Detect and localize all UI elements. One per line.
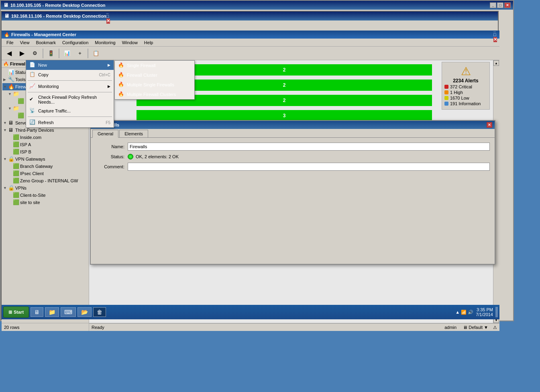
taskbar-app[interactable]: 🗑 [93, 307, 106, 317]
menu-window[interactable]: Window [119, 39, 141, 46]
taskbar-sys-icons: ▲ 📶 🔊 [455, 310, 473, 315]
comment-input[interactable] [128, 163, 490, 171]
tree-item-client-to-site[interactable]: 🟩 Client-to-Site [2, 192, 88, 199]
taskbar-show-desktop[interactable] [495, 307, 498, 317]
outer-close-btn[interactable]: ✕ [504, 2, 511, 8]
tab-general[interactable]: General [92, 130, 118, 138]
inner-close-btn[interactable]: ✕ [106, 18, 110, 24]
submenu-single-firewall[interactable]: 🔥 Single Firewall [115, 61, 194, 70]
back-btn[interactable]: ◀ [3, 48, 15, 59]
refresh-icon: 🔄 [29, 119, 36, 126]
app-minimize-btn[interactable]: _ [493, 27, 497, 32]
comment-label: Comment: [96, 164, 128, 169]
taskbar-clock: 3:35 PM 7/1/2014 [476, 307, 493, 317]
multi-cluster-icon: 🔥 [118, 91, 124, 98]
multi-cluster-label: Multiple Firewall Clusters [127, 92, 176, 97]
ctx-check-policy[interactable]: ✔ Check Firewall Policy Refresh Needs... [26, 93, 114, 106]
tree-item-vpns[interactable]: ▼ 🔒 VPNs [2, 184, 88, 192]
ctx-capture-traffic-label: Capture Traffic... [38, 108, 110, 113]
alert-high: 1 High [444, 90, 487, 95]
tree-item-isp-a[interactable]: 🟩 ISP A [2, 141, 88, 148]
check-policy-icon: ✔ [29, 96, 36, 103]
default-profile: 🖥 Default ▼ [463, 325, 488, 330]
info-dot [444, 102, 448, 106]
taskbar-explorer[interactable]: 📂 [77, 307, 92, 317]
inner-rdp-title: 192.168.11.106 - Remote Desktop Connecti… [11, 14, 106, 18]
tree-item-zeno-group[interactable]: 🟩 Zeno Group - INTERNAL GW [2, 177, 88, 184]
taskbar-folder[interactable]: 📁 [45, 307, 59, 317]
low-dot [444, 96, 448, 100]
tab-elements[interactable]: Elements [119, 130, 148, 137]
ctx-monitoring[interactable]: 📈 Monitoring ▶ [26, 82, 114, 91]
critical-label: 372 Critical [450, 84, 472, 89]
inner-maximize-btn[interactable]: □ [106, 14, 110, 18]
toolbar-sep-3 [88, 49, 88, 58]
notes-btn[interactable]: 📋 [90, 48, 102, 59]
start-button[interactable]: ⊞ Start [3, 306, 29, 318]
menu-help[interactable]: Help [141, 39, 157, 46]
copy-shortcut: Ctrl+C [99, 73, 110, 77]
menu-configuration[interactable]: Configuration [59, 39, 92, 46]
app-close-btn[interactable]: ✕ [493, 37, 497, 42]
app-restore-btn[interactable]: □ [493, 32, 497, 37]
chart-btn[interactable]: 📊 [61, 48, 73, 59]
menu-monitoring[interactable]: Monitoring [92, 39, 118, 46]
app-controls: _ □ ✕ [493, 27, 497, 42]
multi-single-icon: 🔥 [118, 82, 124, 88]
ctx-capture-traffic[interactable]: 📡 Capture Traffic... [26, 106, 114, 116]
submenu-multiple-single[interactable]: 🔥 Multiple Single Firewalls [115, 80, 194, 90]
outer-minimize-btn[interactable]: _ [490, 2, 496, 8]
inner-minimize-btn[interactable]: _ [106, 9, 110, 14]
new-icon: 📄 [29, 62, 36, 68]
dialog-tabs: General Elements [91, 129, 495, 138]
traffic-btn[interactable]: 🚦 [45, 48, 57, 59]
ctx-copy[interactable]: 📋 Copy Ctrl+C [26, 70, 114, 80]
taskbar-cmd[interactable]: ⌨ [61, 307, 76, 317]
alert-icon: ⚠ [444, 65, 487, 78]
status-text: OK, 2 elements: 2 OK [136, 154, 179, 159]
forward-btn[interactable]: ▶ [16, 48, 28, 59]
clock-date: 7/1/2014 [476, 312, 493, 317]
tree-item-ipsec-client[interactable]: 🟩 IPsec Client [2, 170, 88, 177]
fw-cluster-label: Firewall Cluster [127, 73, 157, 78]
panel-header-title: 🔥 Firewalls [3, 61, 29, 67]
ctx-new-label: New [38, 63, 108, 67]
name-input[interactable] [128, 143, 490, 151]
tree-item-vpn-gateways[interactable]: ▼ 🔒 VPN Gateways [2, 155, 88, 163]
new-arrow-icon: ▶ [108, 63, 110, 67]
inner-rdp-controls: _ □ ✕ [106, 9, 110, 24]
taskbar-ie[interactable]: 🖥 [31, 307, 43, 317]
context-menu: 📄 New ▶ 🔥 Single Firewall 🔥 Firewall Clu… [26, 60, 114, 128]
status-value: OK, 2 elements: 2 OK [128, 154, 179, 159]
scroll-up-btn[interactable]: ▲ [493, 60, 499, 66]
name-field: Name: [96, 143, 490, 151]
multi-single-label: Multiple Single Firewalls [127, 82, 174, 87]
submenu-multiple-clusters[interactable]: 🔥 Multiple Firewall Clusters [115, 90, 194, 99]
status-label: Status: [96, 154, 128, 159]
new-btn[interactable]: + [74, 48, 86, 59]
tree-item-isp-b[interactable]: 🟩 ISP B [2, 148, 88, 155]
monitoring-icon: 📈 [29, 83, 36, 90]
menubar: File View Bookmark Configuration Monitor… [2, 39, 499, 47]
dialog-close-btn[interactable]: ✕ [487, 122, 492, 128]
submenu-firewall-cluster[interactable]: 🔥 Firewall Cluster [115, 70, 194, 80]
ctx-monitoring-label: Monitoring [38, 84, 108, 89]
tree-item-inside-com[interactable]: 🟩 Inside.com [2, 134, 88, 141]
ctx-new[interactable]: 📄 New ▶ 🔥 Single Firewall 🔥 Firewall Clu… [26, 60, 114, 70]
status-ok-icon [128, 154, 133, 159]
app-title: Firewalls - Management Center [11, 32, 76, 37]
start-label: Start [14, 310, 24, 314]
menu-view[interactable]: View [17, 39, 33, 46]
tree-item-site-to-site[interactable]: 🟩 site to site [2, 199, 88, 206]
alert-count: 2234 Alerts [444, 78, 487, 84]
high-dot [444, 90, 448, 94]
menu-file[interactable]: File [3, 39, 17, 46]
home-btn[interactable]: ⚙ [29, 48, 41, 59]
menu-bookmark[interactable]: Bookmark [33, 39, 59, 46]
ctx-refresh[interactable]: 🔄 Refresh F5 [26, 118, 114, 127]
critical-dot [444, 85, 448, 89]
outer-maximize-btn[interactable]: □ [497, 2, 503, 8]
tree-item-branch-gateway[interactable]: 🟩 Branch Gateway [2, 163, 88, 170]
ctx-copy-label: Copy [38, 72, 99, 77]
comment-field: Comment: [96, 163, 490, 171]
